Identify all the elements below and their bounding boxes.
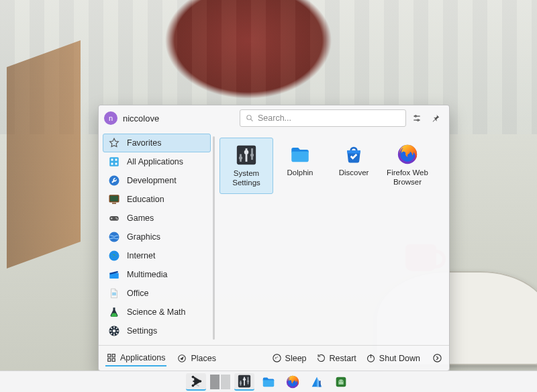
settings-tile-icon: [235, 144, 258, 166]
svg-rect-52: [112, 358, 115, 361]
action-label: Restart: [330, 354, 356, 363]
settings-tile-icon: [237, 374, 252, 389]
app-system-settings[interactable]: System Settings: [219, 138, 273, 194]
launcher-header: n niccolove Search...: [99, 105, 449, 131]
svg-rect-8: [115, 159, 117, 161]
tab-applications[interactable]: Applications: [105, 350, 166, 366]
svg-point-46: [250, 153, 254, 156]
category-office[interactable]: Office: [103, 284, 211, 303]
more-button[interactable]: [432, 353, 442, 363]
search-icon: [246, 114, 254, 122]
gamepad-icon: [108, 212, 120, 224]
search-placeholder: Search...: [258, 113, 291, 123]
category-games[interactable]: Games: [103, 209, 211, 228]
sliders-icon: [412, 113, 422, 123]
svg-text:z: z: [277, 356, 278, 358]
category-settings[interactable]: Settings: [103, 322, 211, 340]
globe-green-icon: [108, 250, 120, 262]
document-icon: [108, 287, 120, 299]
category-system[interactable]: System: [103, 340, 211, 345]
task-settings[interactable]: [234, 373, 254, 391]
svg-rect-12: [109, 195, 119, 202]
svg-point-0: [247, 115, 252, 120]
category-multimedia[interactable]: Multimedia: [103, 265, 211, 284]
task-files[interactable]: [258, 373, 279, 391]
globe-blue-icon: [108, 231, 120, 243]
svg-point-74: [339, 381, 340, 381]
monitor-icon: [108, 344, 120, 345]
action-label: Shut Down: [379, 354, 420, 363]
svg-point-67: [240, 382, 242, 384]
svg-rect-25: [112, 295, 116, 295]
configure-button[interactable]: [409, 110, 425, 126]
category-label: Internet: [127, 251, 155, 260]
svg-rect-10: [115, 163, 117, 165]
user-name-label: niccolove: [123, 113, 159, 124]
svg-line-1: [251, 119, 253, 121]
restart-button[interactable]: Restart: [316, 353, 356, 363]
svg-point-5: [418, 119, 419, 121]
folder-icon: [289, 143, 311, 166]
app-label: System Settings: [220, 169, 273, 188]
pin-button[interactable]: [428, 110, 444, 126]
category-label: Graphics: [127, 232, 160, 242]
search-input[interactable]: Search...: [240, 109, 406, 127]
category-label: Games: [127, 213, 154, 223]
svg-rect-24: [112, 293, 116, 293]
category-label: Science & Math: [127, 307, 186, 317]
svg-rect-49: [108, 354, 111, 357]
svg-point-59: [434, 354, 441, 362]
kate-icon: [309, 375, 324, 389]
desktop-pager[interactable]: [210, 373, 230, 391]
category-graphics[interactable]: Graphics: [103, 228, 211, 246]
svg-point-18: [109, 232, 119, 242]
svg-rect-9: [111, 163, 113, 165]
user-avatar[interactable]: n: [104, 111, 117, 125]
blackboard-icon: [108, 193, 120, 205]
category-favorites[interactable]: Favorites: [103, 134, 211, 152]
sleep-button[interactable]: zz Sleep: [272, 353, 307, 363]
category-label: Settings: [127, 326, 157, 336]
svg-point-16: [115, 217, 117, 219]
svg-point-3: [415, 115, 416, 117]
task-emulator[interactable]: [331, 373, 351, 391]
tab-label: Places: [191, 354, 216, 363]
task-kate[interactable]: [307, 373, 327, 391]
app-discover[interactable]: Discover: [327, 138, 381, 194]
apps-grid-icon: [107, 353, 116, 362]
svg-point-44: [239, 156, 242, 160]
action-label: Sleep: [285, 354, 307, 363]
gear-dark-icon: [108, 325, 120, 337]
task-start[interactable]: [186, 373, 206, 391]
svg-rect-72: [320, 381, 321, 387]
category-label: Favorites: [127, 138, 161, 148]
wrench-circle-icon: [108, 175, 120, 187]
firefox-icon: [285, 375, 300, 389]
svg-rect-22: [113, 271, 114, 272]
category-internet[interactable]: Internet: [103, 246, 211, 265]
task-firefox[interactable]: [283, 373, 303, 391]
category-label: Multimedia: [127, 270, 167, 279]
firefox-icon: [396, 143, 419, 166]
android-icon: [334, 375, 348, 389]
power-icon: [366, 353, 376, 363]
tab-label: Applications: [120, 353, 165, 362]
app-dolphin[interactable]: Dolphin: [273, 138, 327, 194]
category-science-math[interactable]: Science & Math: [103, 303, 211, 322]
svg-point-75: [342, 381, 342, 381]
app-firefox-web-browser[interactable]: Firefox Web Browser: [381, 138, 434, 194]
grid-icon: [108, 156, 120, 168]
shutdown-button[interactable]: Shut Down: [366, 353, 420, 363]
tab-places[interactable]: Places: [176, 351, 217, 366]
kde-icon: [189, 374, 203, 389]
svg-point-65: [243, 378, 246, 381]
category-education[interactable]: Education: [103, 190, 211, 209]
app-label: Dolphin: [287, 168, 313, 178]
sleep-icon: zz: [272, 353, 282, 363]
application-launcher: n niccolove Search... FavoritesAll Appli…: [98, 105, 450, 371]
category-all-applications[interactable]: All Applications: [103, 152, 211, 171]
compass-icon: [177, 354, 187, 363]
app-label: Firefox Web Browser: [381, 168, 434, 187]
category-development[interactable]: Development: [103, 171, 211, 190]
bag-icon: [342, 143, 365, 166]
